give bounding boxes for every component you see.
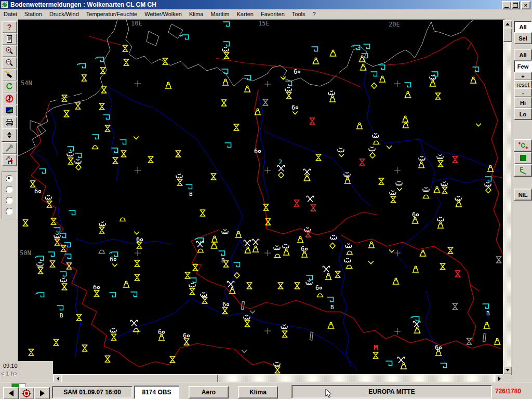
cloud-symbol-hg[interactable]: [440, 263, 445, 270]
cloud-symbol-omega[interactable]: [274, 246, 280, 250]
cloud-symbol-hook[interactable]: [60, 272, 66, 276]
cloud-symbol-hookwave[interactable]: [180, 35, 189, 39]
filter-all-button[interactable]: All: [514, 21, 532, 33]
cloud-symbol-hg[interactable]: [99, 103, 104, 110]
cloud-symbol-omega[interactable]: [110, 328, 116, 332]
cloud-symbol-omega[interactable]: [328, 91, 335, 95]
cloud-symbol-diamond[interactable]: [278, 172, 284, 178]
cloud-symbol-chev[interactable]: [387, 146, 392, 149]
settings-button[interactable]: [2, 142, 17, 154]
mode-radio-1[interactable]: [6, 175, 13, 182]
cloud-symbol-chev[interactable]: [250, 311, 255, 313]
cloud-symbol-hook[interactable]: [225, 143, 231, 148]
cloud-symbol-sixo[interactable]: 6: [294, 68, 300, 75]
cloud-symbol-sixo[interactable]: 6: [254, 148, 261, 155]
cloud-symbol-xcurl[interactable]: [303, 169, 310, 175]
record-button[interactable]: [19, 387, 34, 399]
cloud-symbol-sixo[interactable]: 6: [315, 284, 322, 291]
cloud-symbol-diamond[interactable]: [371, 83, 377, 89]
filter---button[interactable]: -: [514, 88, 532, 97]
cloud-symbol-hg[interactable]: [223, 261, 229, 267]
filter-+-button[interactable]: +: [514, 72, 532, 81]
cloud-symbol-omega[interactable]: [485, 182, 491, 187]
cloud-symbol-chev[interactable]: [135, 232, 139, 234]
cloud-symbol-omega[interactable]: [437, 217, 444, 221]
cloud-symbol-hook[interactable]: [219, 251, 225, 256]
cloud-symbol-hook[interactable]: [307, 275, 313, 280]
zoom-out-button[interactable]: [2, 57, 17, 69]
cloud-symbol-hook[interactable]: [48, 252, 55, 257]
cloud-symbol-hg[interactable]: [455, 271, 460, 277]
menu-item-tools[interactable]: Tools: [288, 10, 309, 18]
cloud-symbol-hook[interactable]: [223, 22, 230, 26]
cloud-symbol-hg[interactable]: [438, 161, 443, 167]
display-button[interactable]: [2, 104, 17, 117]
cloud-symbol-chev[interactable]: [476, 124, 481, 126]
cloud-symbol-omega[interactable]: [60, 278, 66, 282]
cloud-symbol-xcurl[interactable]: [252, 239, 259, 245]
cloud-symbol-hg[interactable]: [100, 68, 105, 74]
cloud-symbol-hg[interactable]: [360, 159, 365, 165]
cloud-symbol-omega[interactable]: [189, 283, 195, 287]
cloud-symbol-hg[interactable]: [311, 205, 316, 211]
cloud-symbol-omega[interactable]: [45, 195, 51, 200]
cloud-symbol-omega[interactable]: [419, 156, 425, 161]
filter-hi-button[interactable]: Hi: [514, 97, 532, 109]
cloud-symbol-hook[interactable]: [186, 184, 192, 189]
cloud-symbol-anvil[interactable]: [456, 201, 462, 207]
filter-lo-button[interactable]: Lo: [514, 108, 532, 120]
cloud-symbol-hg[interactable]: [448, 247, 453, 254]
cloud-symbol-dome[interactable]: [347, 251, 353, 254]
cloud-symbol-chev[interactable]: [113, 264, 117, 267]
cloud-symbol-hg[interactable]: [467, 338, 472, 344]
cloud-symbol-omega[interactable]: [37, 262, 43, 267]
cloud-symbol-hookwave[interactable]: [411, 316, 419, 321]
menu-item-station[interactable]: Station: [21, 10, 46, 18]
cloud-symbol-hg[interactable]: [184, 339, 189, 345]
cloud-symbol-dome[interactable]: [119, 218, 126, 221]
cloud-symbol-hg[interactable]: [23, 220, 28, 226]
cloud-symbol-hg[interactable]: [310, 118, 315, 124]
cloud-symbol-dome[interactable]: [92, 145, 98, 149]
help-button[interactable]: ?: [2, 21, 17, 33]
zoom-in-button[interactable]: [2, 45, 17, 57]
cloud-symbol-M[interactable]: M: [374, 343, 378, 352]
cloud-symbol-anvil[interactable]: [494, 338, 500, 344]
step-forward-button[interactable]: [34, 387, 50, 399]
cancel-button[interactable]: [2, 92, 17, 105]
cloud-symbol-B[interactable]: B: [189, 191, 193, 197]
cloud-symbol-anvil[interactable]: [430, 80, 436, 86]
cloud-symbol-anvil[interactable]: [437, 222, 444, 228]
cloud-symbol-anvil[interactable]: [252, 246, 259, 252]
cloud-symbol-hg[interactable]: [121, 151, 126, 157]
cloud-symbol-hg[interactable]: [82, 345, 87, 351]
cloud-symbol-dome[interactable]: [346, 265, 352, 268]
cloud-symbol-diamond[interactable]: [76, 165, 81, 170]
cloud-symbol-hg[interactable]: [76, 314, 82, 321]
cloud-symbol-chev[interactable]: [242, 350, 247, 353]
menu-item-datei[interactable]: Datei: [0, 10, 21, 18]
cloud-symbol-hg[interactable]: [176, 151, 181, 157]
cloud-symbol-hook[interactable]: [223, 42, 230, 46]
cloud-symbol-omega[interactable]: [222, 230, 228, 234]
cloud-symbol-xcurl[interactable]: [413, 321, 420, 327]
cloud-symbol-hg[interactable]: [101, 87, 107, 93]
cloud-symbol-anvil[interactable]: [360, 64, 366, 70]
cloud-symbol-diamond[interactable]: [370, 153, 375, 158]
restore-button[interactable]: [511, 1, 520, 9]
cloud-symbol-hg[interactable]: [222, 308, 228, 314]
cloud-symbol-hg[interactable]: [177, 179, 182, 185]
menu-item-favoriten[interactable]: Favoriten: [257, 10, 288, 18]
cloud-symbol-anvil[interactable]: [393, 278, 399, 284]
mode-radio-4[interactable]: [6, 208, 13, 215]
cloud-symbol-omega[interactable]: [75, 159, 81, 164]
cloud-symbol-hg[interactable]: [200, 210, 205, 216]
cloud-symbol-anvil[interactable]: [484, 322, 490, 328]
cloud-symbol-hg[interactable]: [263, 204, 269, 210]
cloud-symbol-hook[interactable]: [371, 72, 377, 76]
cloud-symbol-hook[interactable]: [57, 305, 63, 310]
cloud-symbol-hookwave[interactable]: [77, 63, 86, 68]
menu-item-druck-wind[interactable]: Druck/Wind: [46, 10, 83, 18]
cloud-symbol-hg[interactable]: [38, 268, 43, 274]
cloud-symbol-dome[interactable]: [274, 254, 281, 257]
